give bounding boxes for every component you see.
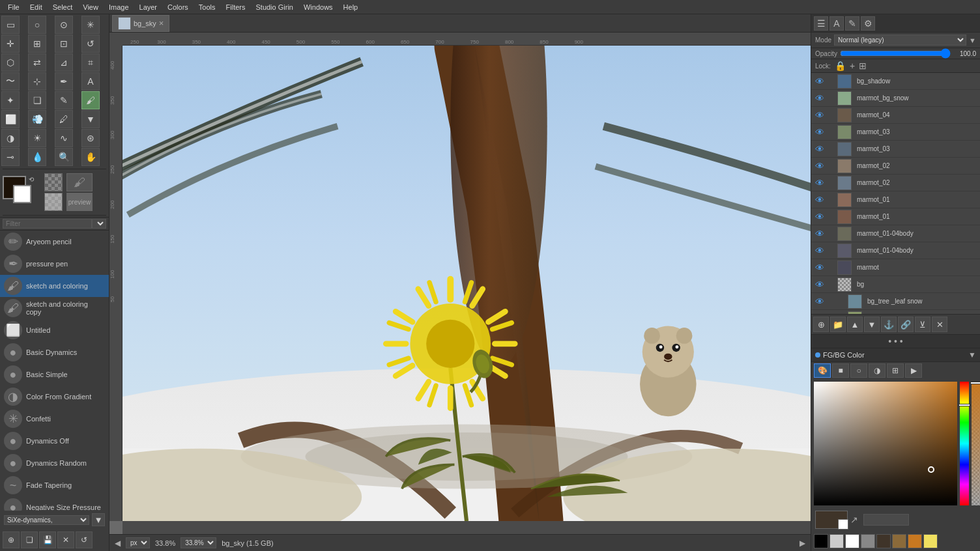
fuzzy-select-tool[interactable]: ✳	[81, 16, 100, 34]
layer-more-btn[interactable]: • • •	[811, 334, 980, 348]
hex-input[interactable]: 3f3429	[863, 514, 909, 526]
merge-layer-btn[interactable]: ⊻	[915, 317, 930, 332]
flip-tool[interactable]: ⇄	[28, 53, 46, 72]
menu-filters[interactable]: Filters	[221, 2, 251, 12]
ink-tool[interactable]: 🖊	[55, 110, 73, 128]
new-group-btn[interactable]: 📁	[830, 317, 846, 332]
mode-select[interactable]: Normal (legacy)	[834, 35, 966, 46]
lock-position-icon[interactable]: +	[850, 61, 855, 71]
anchor-layer-btn[interactable]: ⚓	[881, 317, 897, 332]
fgbg-palette-tab[interactable]: 🎨	[814, 363, 831, 378]
canvas-tab-close[interactable]: ×	[159, 18, 164, 28]
smudge-tool[interactable]: ∿	[55, 129, 73, 147]
pencil-tool[interactable]: ✎	[55, 91, 73, 109]
color-swatch-4[interactable]	[876, 534, 891, 548]
layer-item-6[interactable]: 👁 marmot_02	[811, 175, 980, 191]
brush-filter-input[interactable]	[3, 219, 92, 229]
airbrush-tool[interactable]: 💨	[28, 110, 46, 128]
brush-dynamics-select[interactable]: SiXe-dynamics,	[4, 515, 89, 525]
fgbg-circle-tab[interactable]: ○	[850, 363, 867, 378]
layer-vis-8[interactable]: 👁	[814, 211, 826, 223]
menu-select[interactable]: Select	[48, 2, 78, 12]
text-tool[interactable]: A	[81, 72, 100, 91]
brush-item-12[interactable]: ● Negative Size Pressure	[0, 496, 109, 511]
layer-vis-7[interactable]: 👁	[814, 194, 826, 206]
paintbrush-tool[interactable]: 🖌	[81, 91, 100, 109]
text-panel-icon[interactable]: A	[829, 16, 844, 31]
brush-item-2[interactable]: 🖌 sketch and coloring	[0, 275, 109, 297]
layer-vis-6[interactable]: 👁	[814, 177, 826, 189]
brush-item-10[interactable]: ● Dynamics Random	[0, 452, 109, 474]
layer-item-2[interactable]: 👁 marmot_04	[811, 107, 980, 124]
settings-panel-icon[interactable]: ⚙	[861, 16, 875, 31]
canvas-content[interactable]	[122, 46, 811, 521]
eraser-tool[interactable]: ⬜	[1, 110, 20, 128]
color-swatch-2[interactable]	[845, 534, 859, 548]
pattern-swatch-1[interactable]	[44, 173, 63, 191]
fgbg-expand-btn[interactable]: ▼	[968, 350, 976, 360]
new-layer-btn[interactable]: ⊕	[813, 317, 829, 332]
menu-studiogirin[interactable]: Studio Girin	[250, 2, 298, 12]
layer-item-0[interactable]: 👁 bg_shadow	[811, 73, 980, 90]
handle-tool[interactable]: ⊹	[28, 72, 46, 91]
zoom-select[interactable]: 33.8%	[180, 537, 216, 548]
delete-layer-btn[interactable]: ✕	[932, 317, 947, 332]
brush-filter-select[interactable]	[92, 219, 106, 229]
hue-slider[interactable]	[960, 382, 969, 505]
cage-tool[interactable]: ⌗	[81, 53, 100, 72]
crop-tool[interactable]: ⊡	[55, 35, 73, 53]
brush-item-4[interactable]: ⬜ Untitled	[0, 319, 109, 341]
mode-expand-btn[interactable]: ▼	[969, 36, 976, 44]
brush-dynamics-expand[interactable]: ▼	[92, 513, 105, 526]
layer-item-13[interactable]: 👁 bg_tree _leaf snow	[811, 293, 980, 310]
warp-tool[interactable]: 〜	[1, 72, 20, 91]
fgbg-gradient-tab[interactable]: ◑	[869, 363, 886, 378]
lower-layer-btn[interactable]: ▼	[864, 317, 880, 332]
color-swatch-6[interactable]	[908, 534, 922, 548]
zoom-tool[interactable]: 🔍	[55, 148, 73, 166]
layer-vis-10[interactable]: 👁	[814, 245, 826, 257]
brush-item-9[interactable]: ● Dynamics Off	[0, 430, 109, 452]
brush-item-3[interactable]: 🖌 sketch and coloring copy	[0, 297, 109, 319]
menu-layer[interactable]: Layer	[134, 2, 163, 12]
layer-vis-1[interactable]: 👁	[814, 92, 826, 104]
color-swatch-3[interactable]	[861, 534, 875, 548]
duplicate-brush-btn[interactable]: ❏	[21, 531, 38, 548]
link-layer-btn[interactable]: 🔗	[898, 317, 914, 332]
measure-tool[interactable]: ⊸	[1, 148, 20, 166]
reset-colors-btn[interactable]: ⟲	[29, 176, 34, 183]
layer-item-12[interactable]: 👁 bg	[811, 276, 980, 293]
layers-panel-icon[interactable]: ☰	[814, 16, 828, 31]
layer-item-11[interactable]: 👁 marmot	[811, 259, 980, 276]
layer-vis-3[interactable]: 👁	[814, 126, 826, 138]
perspective-tool[interactable]: ⬡	[1, 53, 20, 72]
menu-windows[interactable]: Windows	[298, 2, 338, 12]
brush-item-1[interactable]: ✒ pressure pen	[0, 253, 109, 275]
layer-item-5[interactable]: 👁 marmot_02	[811, 158, 980, 175]
canvas-tab[interactable]: bg_sky ×	[112, 15, 169, 32]
transform-tool[interactable]: ⊿	[55, 53, 73, 72]
menu-file[interactable]: File	[3, 2, 25, 12]
menu-view[interactable]: View	[78, 2, 104, 12]
color-satval-area[interactable]	[814, 382, 957, 505]
alpha-slider[interactable]	[972, 382, 980, 505]
fill-tool[interactable]: ▼	[81, 110, 100, 128]
layer-item-8[interactable]: 👁 marmot_01	[811, 208, 980, 225]
unit-select[interactable]: px	[126, 537, 150, 548]
fgbg-solid-tab[interactable]: ■	[832, 363, 849, 378]
dodge-burn-tool[interactable]: ☀	[28, 129, 46, 147]
rectangle-select-tool[interactable]: ▭	[1, 16, 20, 34]
brush-item-7[interactable]: ◑ Color From Gradient	[0, 386, 109, 408]
menu-image[interactable]: Image	[104, 2, 134, 12]
menu-colors[interactable]: Colors	[162, 2, 194, 12]
clone-tool[interactable]: ❏	[28, 91, 46, 109]
brush-item-5[interactable]: ● Basic Dynamics	[0, 341, 109, 363]
color-swatch-7[interactable]	[923, 534, 938, 548]
layer-vis-4[interactable]: 👁	[814, 143, 826, 155]
rotate-tool[interactable]: ↺	[81, 35, 100, 53]
save-brush-btn[interactable]: 💾	[39, 531, 56, 548]
menu-tools[interactable]: Tools	[194, 2, 221, 12]
layer-item-1[interactable]: 👁 marmot_bg_snow	[811, 90, 980, 107]
lock-alpha-icon[interactable]: ⊞	[859, 61, 867, 71]
color-swatch-0[interactable]	[814, 534, 828, 548]
